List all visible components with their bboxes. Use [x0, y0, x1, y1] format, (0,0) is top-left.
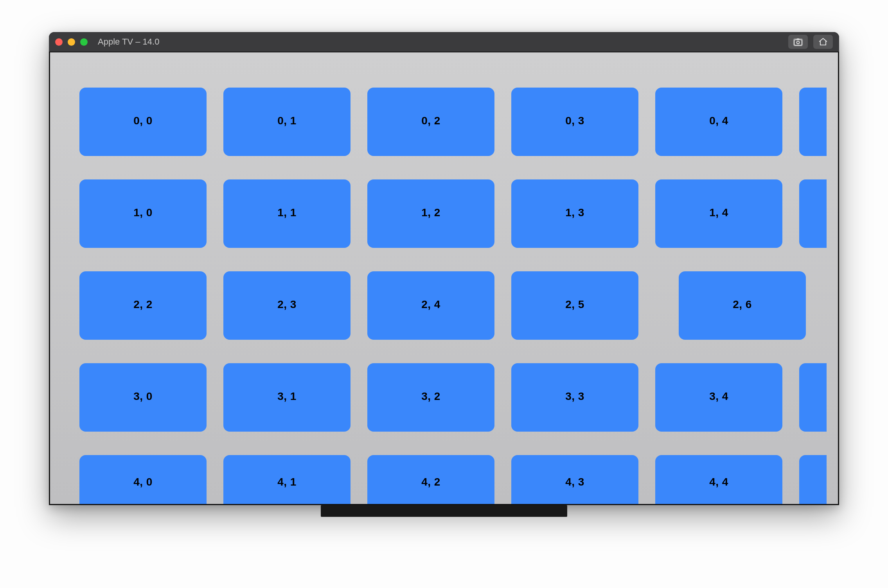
traffic-lights	[55, 38, 88, 46]
toolbar	[788, 35, 833, 49]
grid-cell[interactable]: 3, 4	[655, 363, 782, 432]
grid-cell-label: 0, 1	[277, 114, 297, 127]
grid-cell-label: 4, 3	[565, 476, 584, 488]
grid-cell[interactable]: 3, 1	[223, 363, 351, 432]
grid-cell-label: 2, 4	[421, 298, 440, 310]
grid-cell[interactable]: 4, 1	[223, 455, 351, 504]
grid-cell[interactable]: 1, 4	[655, 179, 782, 248]
grid-cell[interactable]: 4, 3	[511, 455, 638, 504]
grid-cell-label: 3, 3	[565, 390, 584, 402]
tv-stand	[321, 505, 567, 517]
grid-cell-label: 4, 1	[277, 476, 297, 488]
grid-cell-label: 4, 0	[133, 476, 153, 488]
grid-cell[interactable]: 2, 2	[79, 271, 207, 340]
grid-cell-label: 2, 6	[733, 298, 752, 310]
card-grid: 0, 00, 10, 20, 30, 41, 01, 11, 21, 31, 4…	[50, 88, 827, 504]
grid-cell[interactable]: 2, 3	[223, 271, 351, 340]
grid-cell-label: 1, 2	[421, 206, 440, 219]
grid-cell[interactable]: 3, 3	[511, 363, 638, 432]
grid-cell[interactable]: 0, 1	[223, 88, 351, 156]
grid-cell-label: 4, 4	[709, 476, 728, 488]
grid-cell-label: 1, 0	[133, 206, 153, 219]
grid-cell[interactable]: 2, 6	[679, 271, 806, 340]
grid-cell-label: 1, 1	[277, 206, 297, 219]
grid-cell-partial[interactable]	[799, 88, 827, 156]
grid-cell[interactable]: 1, 3	[511, 179, 638, 248]
camera-icon	[793, 37, 803, 47]
tv-screen: 0, 00, 10, 20, 30, 41, 01, 11, 21, 31, 4…	[49, 52, 839, 505]
grid-cell[interactable]: 2, 4	[367, 271, 494, 340]
grid-cell-label: 0, 0	[133, 114, 153, 127]
grid-cell-label: 0, 3	[565, 114, 584, 127]
grid-cell[interactable]: 0, 3	[511, 88, 638, 156]
grid-cell-label: 2, 3	[277, 298, 297, 310]
grid-cell[interactable]: 2, 5	[511, 271, 638, 340]
grid-cell[interactable]: 0, 4	[655, 88, 782, 156]
grid-cell[interactable]: 0, 2	[367, 88, 494, 156]
grid-row: 4, 04, 14, 24, 34, 4	[79, 455, 827, 504]
grid-cell-label: 3, 1	[277, 390, 297, 402]
minimize-button[interactable]	[68, 38, 75, 46]
grid-cell[interactable]: 1, 1	[223, 179, 351, 248]
home-button[interactable]	[813, 35, 833, 49]
svg-point-1	[797, 41, 800, 44]
svg-rect-0	[794, 40, 802, 45]
simulator-window: Apple TV – 14.0 0, 00, 10, 20, 30, 41	[49, 32, 839, 505]
grid-cell[interactable]: 1, 2	[367, 179, 494, 248]
grid-cell[interactable]: 0, 0	[79, 88, 207, 156]
grid-cell-label: 4, 2	[421, 476, 440, 488]
zoom-button[interactable]	[80, 38, 88, 46]
grid-cell[interactable]: 1, 0	[79, 179, 207, 248]
grid-row: 0, 00, 10, 20, 30, 4	[79, 88, 827, 156]
grid-viewport: 0, 00, 10, 20, 30, 41, 01, 11, 21, 31, 4…	[50, 52, 838, 504]
grid-cell[interactable]: 3, 2	[367, 363, 494, 432]
grid-cell-label: 3, 4	[709, 390, 728, 402]
grid-row: 3, 03, 13, 23, 33, 4	[79, 363, 827, 432]
grid-row: 2, 22, 32, 42, 52, 6	[79, 271, 827, 340]
grid-cell-label: 1, 3	[565, 206, 584, 219]
grid-cell-label: 2, 2	[133, 298, 153, 310]
close-button[interactable]	[55, 38, 63, 46]
grid-cell-partial[interactable]	[799, 179, 827, 248]
grid-cell-partial[interactable]	[799, 455, 827, 504]
grid-cell-label: 0, 2	[421, 114, 440, 127]
grid-cell[interactable]: 4, 0	[79, 455, 207, 504]
grid-cell-label: 3, 2	[421, 390, 440, 402]
titlebar: Apple TV – 14.0	[49, 32, 839, 52]
grid-cell-partial[interactable]	[799, 363, 827, 432]
grid-cell[interactable]: 4, 4	[655, 455, 782, 504]
window-title: Apple TV – 14.0	[98, 37, 159, 47]
grid-cell-label: 0, 4	[709, 114, 728, 127]
grid-cell-label: 3, 0	[133, 390, 153, 402]
grid-cell-label: 2, 5	[565, 298, 584, 310]
grid-row: 1, 01, 11, 21, 31, 4	[79, 179, 827, 248]
grid-cell-label: 1, 4	[709, 206, 728, 219]
home-icon	[818, 37, 828, 47]
screenshot-button[interactable]	[788, 35, 808, 49]
grid-cell[interactable]: 4, 2	[367, 455, 494, 504]
grid-cell[interactable]: 3, 0	[79, 363, 207, 432]
